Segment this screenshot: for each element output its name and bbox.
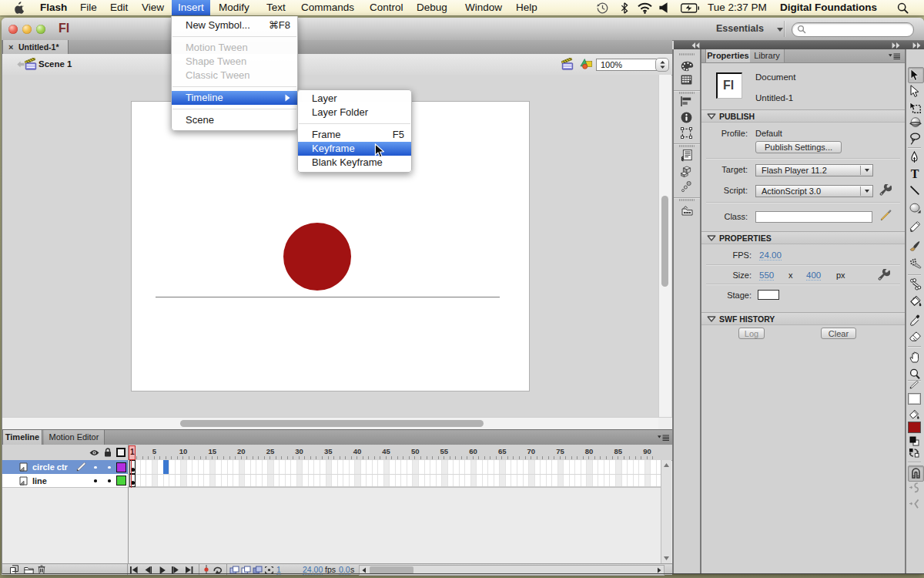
tool-eraser[interactable] [909, 331, 921, 341]
step-back-button[interactable] [145, 566, 152, 573]
spotlight-icon[interactable] [897, 2, 909, 14]
script-dropdown[interactable]: ActionScript 3.0 [755, 185, 873, 197]
playhead-marker[interactable]: 1 [129, 445, 136, 460]
tab-properties[interactable]: Properties [705, 49, 751, 62]
menubar-item-debug[interactable]: Debug [417, 0, 447, 15]
selected-frame-cell[interactable] [163, 460, 169, 474]
layer-row-circle-ctr[interactable]: circle ctr [2, 460, 129, 474]
tool-bone[interactable] [909, 278, 922, 291]
target-dropdown[interactable]: Flash Player 11.2 [755, 164, 873, 176]
tab-timeline[interactable]: Timeline [2, 430, 42, 445]
edit-symbols-icon[interactable] [580, 58, 593, 69]
bluetooth-icon[interactable] [621, 2, 628, 14]
tool-paint-bucket[interactable] [909, 295, 922, 307]
search-input[interactable] [792, 22, 914, 37]
submenu-item-layer[interactable]: Layer [298, 92, 411, 106]
layer-visible-dot[interactable] [94, 466, 97, 469]
swap-colors-icon[interactable] [909, 448, 919, 458]
step-forward-button[interactable] [172, 566, 179, 573]
timeline-frame-grid[interactable] [129, 460, 661, 487]
menu-item-classic-tween[interactable]: Classic Tween [172, 69, 297, 82]
scrollbar-thumb[interactable] [661, 196, 668, 287]
fill-color-icon[interactable] [909, 409, 919, 419]
tab-close-icon[interactable]: × [8, 44, 13, 51]
tab-motion-editor[interactable]: Motion Editor [44, 430, 105, 445]
properties-panel-menu-icon[interactable] [889, 53, 900, 59]
layer-lock-dot[interactable] [108, 479, 111, 482]
menu-item-timeline[interactable]: Timeline [172, 91, 297, 105]
zoom-stepper[interactable] [655, 58, 669, 72]
dock-panel-transform-icon[interactable] [681, 127, 692, 139]
snap-magnet-button[interactable] [908, 465, 924, 482]
tool-eyedropper[interactable] [909, 314, 920, 327]
menubar-item-edit[interactable]: Edit [110, 0, 128, 15]
stroke-color-icon[interactable] [909, 381, 919, 389]
go-to-last-frame-button[interactable] [186, 566, 193, 573]
straighten-button[interactable] [909, 499, 920, 509]
tool-spray-brush[interactable] [909, 258, 922, 270]
fill-color-swatch[interactable] [908, 422, 921, 433]
submenu-item-frame[interactable]: FrameF5 [298, 128, 411, 142]
tool-subselection[interactable] [909, 85, 919, 97]
stage-circle[interactable] [283, 223, 351, 291]
section-swf-history[interactable]: SWF HISTORY [701, 312, 905, 325]
smooth-button[interactable] [909, 482, 920, 493]
layer-outline-swatch[interactable] [116, 476, 126, 486]
menubar-user[interactable]: Digital Foundations [780, 0, 877, 15]
dock-panel-swatches-icon[interactable] [681, 75, 692, 85]
menu-item-motion-tween[interactable]: Motion Tween [172, 41, 297, 55]
stroke-color-swatch[interactable] [908, 393, 921, 405]
collapse-tools-icon[interactable] [912, 42, 921, 49]
stage-color-swatch[interactable] [758, 290, 779, 300]
tool-pencil[interactable] [909, 220, 920, 233]
document-tab[interactable]: ×Untitled-1* [2, 40, 69, 54]
menubar-item-insert[interactable]: Insert [172, 0, 210, 15]
stage-horizontal-scrollbar[interactable] [2, 417, 658, 429]
menubar-item-window[interactable]: Window [465, 0, 502, 15]
menubar-item-flash[interactable]: Flash [40, 0, 67, 15]
dock-panel-components-icon[interactable] [681, 166, 693, 177]
stage-line[interactable] [156, 297, 500, 297]
log-button[interactable]: Log [738, 328, 765, 339]
tool-brush[interactable] [909, 240, 920, 253]
dock-panel-project-icon[interactable] [681, 205, 694, 217]
wifi-icon[interactable] [637, 2, 653, 14]
publish-settings-button[interactable]: Publish Settings... [755, 141, 842, 153]
lock-icon[interactable] [104, 448, 112, 457]
tool-line[interactable] [909, 185, 920, 196]
timeline-vertical-scrollbar[interactable] [661, 460, 671, 563]
dock-panel-color-icon[interactable] [681, 61, 694, 72]
dock-panel-info-icon[interactable] [681, 112, 692, 123]
scrollbar-thumb[interactable] [180, 420, 484, 427]
clear-button[interactable]: Clear [821, 328, 856, 339]
menu-item-scene[interactable]: Scene [172, 113, 297, 127]
size-width-value[interactable]: 550 [759, 271, 774, 281]
tab-library[interactable]: Library [750, 49, 785, 62]
expand-dock-icon[interactable] [691, 42, 700, 49]
stage-vertical-scrollbar[interactable] [658, 75, 671, 417]
dock-panel-code-snippets-icon[interactable] [681, 150, 692, 162]
zoom-button[interactable] [36, 25, 45, 34]
menubar-item-control[interactable]: Control [370, 0, 403, 15]
layer-row-line[interactable]: line [2, 474, 129, 488]
script-wrench-icon[interactable] [879, 184, 892, 196]
tool-selection[interactable] [909, 69, 919, 81]
back-arrow-icon[interactable] [17, 61, 25, 68]
submenu-item-layer-folder[interactable]: Layer Folder [298, 106, 411, 119]
class-input[interactable] [755, 211, 872, 223]
section-publish[interactable]: PUBLISH [701, 109, 905, 123]
edit-scene-icon[interactable] [561, 58, 574, 70]
tool-zoom[interactable] [909, 368, 920, 380]
tool-text[interactable]: T [909, 168, 920, 180]
menubar-item-text[interactable]: Text [266, 0, 286, 15]
fps-value[interactable]: 24.00 [759, 250, 782, 260]
menubar-item-file[interactable]: File [80, 0, 97, 15]
volume-icon[interactable] [659, 2, 668, 13]
zoom-input[interactable]: 100% [596, 59, 658, 71]
minimize-button[interactable] [22, 25, 32, 34]
menubar-item-view[interactable]: View [142, 0, 164, 15]
layer-visible-dot[interactable] [94, 479, 97, 482]
tool-oval[interactable] [909, 203, 921, 213]
submenu-item-blank-keyframe[interactable]: Blank Keyframe [298, 156, 411, 170]
tool-free-transform[interactable] [909, 102, 921, 113]
